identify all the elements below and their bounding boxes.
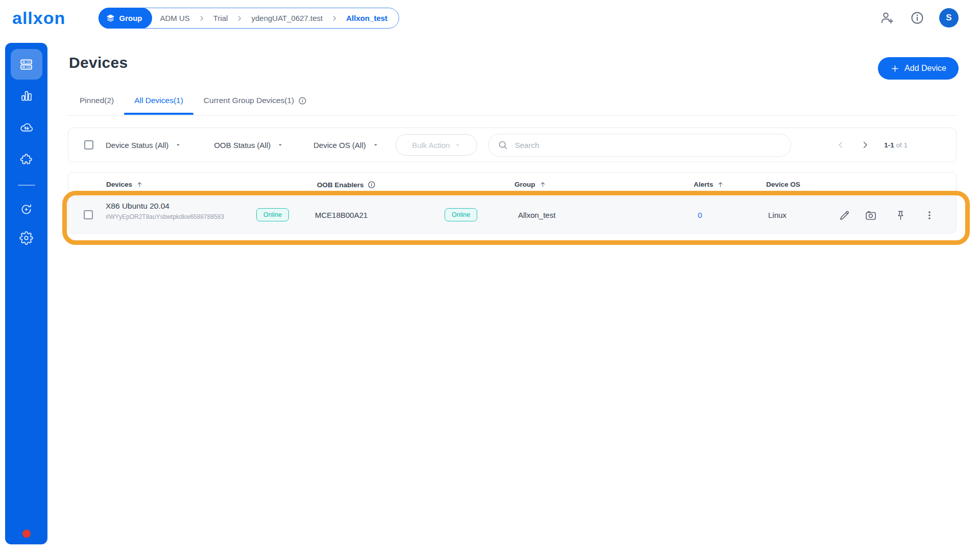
device-name-cell: X86 Ubuntu 20.04 #WYyEpOR2T8auYsbwtpkdkw… [106,202,224,220]
devices-table: Devices OOB Enablers Group [68,172,957,234]
tab-pinned[interactable]: Pinned(2) [69,93,124,115]
group-cell: Allxon_test [518,211,555,219]
plus-icon [890,64,900,73]
column-oob-enablers-label: OOB Enablers [317,181,364,189]
notification-dot [22,530,31,538]
column-header-device-os: Device OS [766,181,800,188]
info-icon [910,11,924,25]
user-add-icon [880,11,895,25]
bulk-action-button[interactable]: Bulk Action [396,134,477,156]
layers-icon [106,14,115,22]
device-table-row: X86 Ubuntu 20.04 #WYyEpOR2T8auYsbwtpkdkw… [68,196,956,233]
device-os-filter[interactable]: Device OS (All) [313,141,379,149]
pin-device-button[interactable] [894,209,906,221]
column-header-devices[interactable]: Devices [106,181,143,188]
bar-chart-icon [20,89,33,103]
device-status-filter[interactable]: Device Status (All) [106,141,181,149]
pencil-icon [839,210,850,221]
info-icon[interactable] [368,181,376,189]
camera-icon [865,209,877,221]
alerts-count-link[interactable]: 0 [698,211,702,219]
device-os-cell: Linux [768,211,787,219]
sidebar-item-settings[interactable] [11,222,42,253]
kebab-menu-icon [924,210,935,221]
select-all-checkbox[interactable] [84,140,93,149]
cloud-transfer-icon [19,120,34,135]
sidebar-divider [18,185,35,186]
column-header-oob-enablers: OOB Enablers [317,181,376,189]
sidebar [5,43,47,544]
more-options-button[interactable] [923,209,936,221]
device-row-checkbox[interactable] [84,210,93,219]
avatar-initial: S [946,13,951,23]
pagination-prev-button[interactable] [835,139,846,151]
column-header-alerts[interactable]: Alerts [694,181,724,188]
pagination-range: 1-1 of 1 [884,141,908,149]
pushpin-icon [895,210,906,221]
refresh-sparkle-icon [19,203,33,216]
chevron-right-icon [236,15,243,22]
info-icon[interactable] [298,96,307,105]
column-header-group[interactable]: Group [514,181,547,188]
screenshot-camera-button[interactable] [865,209,877,221]
column-devices-label: Devices [106,181,132,188]
breadcrumb-item-ydenguat[interactable]: ydengUAT_0627.test [251,14,323,22]
add-device-button[interactable]: Add Device [878,57,959,80]
device-serial: #WYyEpOR2T8auYsbwtpkdkw6588788583 [106,213,224,220]
device-tabs: Pinned(2) All Devices(1) Current Group D… [69,93,317,115]
tab-all-devices-label: All Devices(1) [134,96,183,105]
chevron-right-icon [331,15,338,22]
caret-down-icon [455,142,460,148]
oob-status-badge: Online [445,208,477,221]
help-info-button[interactable] [910,10,925,26]
allxon-logo: allxon [12,7,65,29]
filter-bar: Device Status (All) OOB Status (All) Dev… [68,128,957,162]
sidebar-item-analytics[interactable] [11,81,42,111]
pagination: 1-1 of 1 [835,139,908,151]
edit-device-button[interactable] [838,209,850,221]
page-title: Devices [69,54,128,71]
breadcrumb-scope-group-button[interactable]: Group [99,8,152,29]
tab-current-group-devices[interactable]: Current Group Devices(1) [193,93,317,115]
pagination-range-numbers: 1-1 [884,141,894,149]
breadcrumb-item-trial[interactable]: Trial [213,14,228,22]
puzzle-icon [19,153,33,167]
sidebar-item-plugins[interactable] [11,144,42,175]
column-alerts-label: Alerts [694,181,713,188]
column-group-label: Group [514,181,535,188]
caret-down-icon [373,142,379,148]
oob-enabler-cell: MCE18B00A21 [315,211,368,219]
device-status-filter-label: Device Status (All) [106,141,168,149]
breadcrumb-item-allxon-test[interactable]: Allxon_test [346,14,387,22]
caret-down-icon [277,142,283,148]
sort-ascending-icon [136,181,143,188]
pagination-of: of 1 [896,141,908,149]
app-root: allxon Group ADM US Trial yde [0,0,980,551]
user-avatar[interactable]: S [939,8,959,28]
sort-ascending-icon [717,181,724,188]
oob-status-filter[interactable]: OOB Status (All) [214,141,283,149]
breadcrumb: Group ADM US Trial ydengUAT_0627.test Al… [99,8,399,29]
pagination-next-button[interactable] [860,139,871,151]
sidebar-item-devices[interactable] [11,49,42,80]
add-device-label: Add Device [904,64,946,73]
top-bar-actions: S [880,8,959,28]
bulk-action-label: Bulk Action [412,141,450,149]
caret-down-icon [175,142,181,148]
device-status-badge: Online [256,208,289,221]
tabs-divider [68,115,957,116]
breadcrumb-item-adm-us[interactable]: ADM US [160,14,190,22]
breadcrumb-scope-label: Group [119,14,142,22]
sidebar-item-ota-deployment[interactable] [11,112,42,143]
table-header: Devices OOB Enablers Group [68,172,956,196]
invite-user-button[interactable] [880,10,895,26]
tab-pinned-label: Pinned(2) [80,96,114,105]
search-icon [498,140,508,151]
search-input[interactable] [515,141,791,149]
device-name-link[interactable]: X86 Ubuntu 20.04 [106,202,224,211]
tab-all-devices[interactable]: All Devices(1) [124,93,193,115]
column-device-os-label: Device OS [766,181,800,188]
chevron-right-icon [198,15,205,22]
sidebar-item-software-updates[interactable] [11,194,42,224]
gear-icon [19,231,33,245]
